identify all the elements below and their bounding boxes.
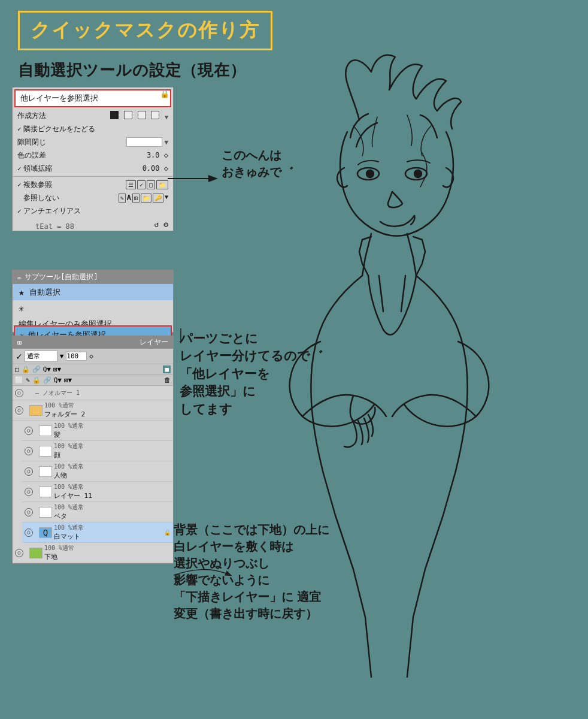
eye-icon-2: ○ <box>15 406 23 415</box>
layer-row-person[interactable]: ○ 100 %通常 人物 <box>22 461 173 482</box>
subtool-auto-select-label: 自動選択 <box>29 287 60 298</box>
eye-icon-6: ○ <box>25 488 33 496</box>
layer-row-face[interactable]: ○ 100 %通常 顔 <box>22 441 173 461</box>
layer-thumb-base <box>29 548 43 558</box>
star-icon: ★ <box>19 286 25 298</box>
layer-row-layer11[interactable]: ○ 100 %通常 レイヤー 11 <box>22 482 173 502</box>
title-text: クイックマスクの作り方 <box>31 19 260 41</box>
bg-note-arrow <box>174 563 234 587</box>
layer-header: ⊞ レイヤー <box>13 336 173 349</box>
subtool-item-auto-select[interactable]: ★ 自動選択 <box>13 284 173 300</box>
antialias-row: アンチエイリアス <box>13 204 173 217</box>
parts-note: パーツごとに レイヤー分けてるので゛ 「他レイヤーを 参照選択」に してます <box>180 330 323 418</box>
creation-method-row: 作成方法 ▼ <box>13 109 173 122</box>
eye-icon-8: ○ <box>25 528 33 537</box>
layer-header-label: レイヤー <box>140 337 168 348</box>
layer-thumb-beta <box>39 507 52 518</box>
layer-row-hair[interactable]: ○ 100 %通常 髪 <box>22 421 173 441</box>
eye-icon-3: ○ <box>25 427 33 435</box>
layer-lock-icon: 🔒 <box>164 530 171 536</box>
layer-thumb-face <box>39 446 52 457</box>
layer-row-beta[interactable]: ○ 100 %通常 ベタ <box>22 502 173 522</box>
blend-mode-select[interactable]: 通常 <box>25 351 57 362</box>
ref-none-row: 参照しない ✎ A ⊞ 📁 🔑 ▼ <box>13 191 173 204</box>
lock-icon: 🔒 <box>160 89 169 98</box>
eye-icon-9: ○ <box>15 549 23 557</box>
subtool-header-label: サブツール[自動選択] <box>25 272 98 282</box>
eye-icon-7: ○ <box>25 508 33 516</box>
layer-row-folder1[interactable]: ○ — ノオルマー 1 <box>13 386 173 400</box>
folder-icon <box>29 405 43 416</box>
layer-thumb-11 <box>39 487 52 497</box>
gap-close-row: 隙間閉じ ▼ <box>13 135 173 149</box>
title-box: クイックマスクの作り方 <box>18 11 272 50</box>
asterisk-icon: ✳ <box>19 303 25 314</box>
svg-point-4 <box>366 170 374 177</box>
area-expand-row: 領域拡縮 0.00 ◇ <box>13 162 173 175</box>
layer-toolbar2: ⬜ ✎ 🔒 🔗 Q▼ ⊠▼ 🗑 <box>13 375 173 386</box>
subtool-header: ✏ サブツール[自動選択] <box>13 270 173 284</box>
parts-arrow <box>175 328 187 346</box>
subtool-item-asterisk[interactable]: ✳ <box>13 300 173 316</box>
layer-row-white-mat[interactable]: ○ Q 100 %通常 白マット 🔒 <box>22 522 173 543</box>
eye-icon: ○ <box>15 389 23 397</box>
layer-toolbar: □ 🔒 🔗 Q▼ ⊠▼ ■ <box>13 364 173 375</box>
top-reference-label: 他レイヤーを参照選択 <box>14 89 171 107</box>
adjacent-pixels-row: 隣接ピクセルをたどる <box>13 122 173 135</box>
tool-panel: 他レイヤーを参照選択 🔒 作成方法 ▼ 隣接ピクセルをたどる 隙間閉じ ▼ 色の… <box>12 87 174 231</box>
opacity-input[interactable]: 100 <box>66 352 87 361</box>
eye-icon-4: ○ <box>25 447 33 455</box>
teat-value: tEat = 88 <box>35 222 74 231</box>
layer-row-folder2[interactable]: ○ 100 %通常 フォルダー 2 <box>13 400 173 421</box>
multiple-ref-row: 複数参照 ☰ ✓ □ 📁 <box>13 178 173 191</box>
layer-row-base[interactable]: ○ 100 %通常 下地 <box>13 543 173 563</box>
layer-controls-row: ✓ 通常 ▼ 100 ◇ <box>13 349 173 364</box>
layer-thumb-person <box>39 466 52 477</box>
color-diff-row: 色の誤差 3.0 ◇ <box>13 149 173 162</box>
layer-thumb-white-mat: Q <box>39 527 52 538</box>
eye-icon-5: ○ <box>25 467 33 476</box>
layer-panel: ⊞ レイヤー ✓ 通常 ▼ 100 ◇ □ 🔒 🔗 Q▼ ⊠▼ ■ ⬜ ✎ 🔒 … <box>12 336 174 564</box>
layer-thumb-hair <box>39 425 52 436</box>
svg-point-5 <box>414 170 422 177</box>
